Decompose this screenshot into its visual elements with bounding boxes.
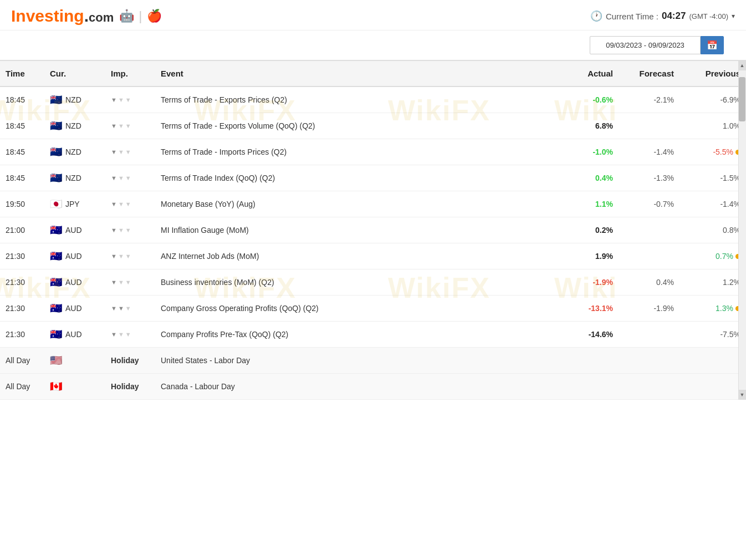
imp-arrow-filled: ▼ (111, 331, 117, 338)
date-range-row: 📅 (0, 30, 746, 60)
cell-event: MI Inflation Gauge (MoM) (155, 217, 558, 243)
currency-code: AUD (65, 226, 82, 235)
imp-arrow-empty: ▼ (125, 123, 131, 129)
cell-importance: ▼▼▼ (105, 139, 155, 165)
cell-previous: 0.7% (679, 243, 746, 269)
cell-event: Terms of Trade Index (QoQ) (Q2) (155, 165, 558, 191)
currency-code: AUD (65, 304, 82, 313)
col-previous: Previous (679, 61, 746, 87)
cell-importance: ▼▼▼ (105, 191, 155, 217)
currency-flag: 🇳🇿 (50, 146, 62, 158)
cell-forecast: -2.1% (619, 86, 679, 113)
table-container: WikiFX WikiFX WikiFX Wiki WikiFX WikiFX … (0, 60, 746, 400)
currency-flag: 🇦🇺 (50, 328, 62, 340)
imp-arrow-empty: ▼ (125, 305, 131, 312)
cell-importance: ▼▼▼ (105, 296, 155, 322)
currency-flag: 🇳🇿 (50, 94, 62, 106)
cell-previous: 1.3% (679, 296, 746, 322)
cell-currency: 🇺🇸 (44, 348, 105, 374)
cell-forecast: -1.9% (619, 296, 679, 322)
cell-currency: 🇦🇺 AUD (44, 322, 105, 348)
clock-icon: 🕐 (590, 10, 602, 22)
table-row: 21:30 🇦🇺 AUD ▼▼▼ Business inventories (M… (0, 269, 746, 296)
scrollbar-thumb[interactable] (739, 77, 745, 121)
cell-time: 18:45 (0, 165, 44, 191)
apple-icon[interactable]: 🍎 (147, 9, 162, 23)
holiday-label: Holiday (111, 356, 139, 365)
cell-forecast: -0.7% (619, 191, 679, 217)
imp-arrow-empty: ▼ (125, 279, 131, 286)
imp-arrow-filled: ▼ (111, 175, 117, 181)
cell-time: 19:50 (0, 191, 44, 217)
imp-arrow-filled: ▼ (118, 305, 124, 312)
currency-flag: 🇳🇿 (50, 120, 62, 132)
cell-currency: 🇳🇿 NZD (44, 86, 105, 113)
cell-actual: 0.2% (558, 217, 619, 243)
cell-time: 21:30 (0, 322, 44, 348)
currency-flag: 🇦🇺 (50, 302, 62, 314)
col-currency: Cur. (44, 61, 105, 87)
imp-arrow-empty: ▼ (125, 149, 131, 155)
cell-actual: -0.6% (558, 86, 619, 113)
currency-flag: 🇯🇵 (50, 198, 62, 210)
scrollbar[interactable]: ▲ ▼ (738, 60, 746, 400)
imp-arrow-filled: ▼ (111, 123, 117, 129)
calendar-button[interactable]: 📅 (701, 36, 724, 54)
cell-currency: 🇳🇿 NZD (44, 113, 105, 139)
cell-previous: -5.5% (679, 139, 746, 165)
cell-actual: -14.6% (558, 322, 619, 348)
scrollbar-down[interactable]: ▼ (738, 390, 746, 400)
imp-arrow-empty: ▼ (118, 331, 124, 338)
cell-time: All Day (0, 348, 44, 374)
cell-currency: 🇦🇺 AUD (44, 217, 105, 243)
col-time: Time (0, 61, 44, 87)
date-range-input[interactable] (590, 36, 701, 54)
imp-arrow-empty: ▼ (118, 279, 124, 286)
cell-event: Terms of Trade - Imports Prices (Q2) (155, 139, 558, 165)
currency-code: AUD (65, 278, 82, 287)
cell-currency: 🇳🇿 NZD (44, 165, 105, 191)
cell-importance: ▼▼▼ (105, 165, 155, 191)
holiday-label: Holiday (111, 382, 139, 391)
cell-event: Canada - Labour Day (155, 374, 746, 400)
cell-currency: 🇦🇺 AUD (44, 296, 105, 322)
cell-importance: ▼▼▼ (105, 217, 155, 243)
cell-forecast (619, 217, 679, 243)
cell-importance: Holiday (105, 348, 155, 374)
current-time-area: 🕐 Current Time : 04:27 (GMT -4:00) ▾ (590, 10, 735, 22)
economic-calendar-table: Time Cur. Imp. Event Actual Forecast Pre… (0, 60, 746, 400)
cell-forecast (619, 243, 679, 269)
cell-forecast (619, 322, 679, 348)
timezone-dropdown[interactable]: ▾ (732, 12, 735, 20)
imp-arrow-filled: ▼ (111, 253, 117, 259)
cell-forecast: 0.4% (619, 269, 679, 296)
table-row: 19:50 🇯🇵 JPY ▼▼▼ Monetary Base (YoY) (Au… (0, 191, 746, 217)
imp-arrow-empty: ▼ (118, 96, 124, 103)
currency-code: NZD (65, 147, 81, 156)
cell-actual: 6.8% (558, 113, 619, 139)
imp-arrow-empty: ▼ (118, 201, 124, 207)
scrollbar-up[interactable]: ▲ (738, 60, 746, 70)
android-icon[interactable]: 🤖 (119, 9, 134, 23)
imp-arrow-filled: ▼ (111, 227, 117, 233)
cell-previous: -1.4% (679, 191, 746, 217)
cell-previous: -7.5% (679, 322, 746, 348)
logo: Investing . com (11, 7, 114, 26)
cell-previous: 0.8% (679, 217, 746, 243)
cell-previous: 1.2% (679, 269, 746, 296)
gmt-offset: (GMT -4:00) (689, 12, 728, 21)
cell-actual: -1.0% (558, 139, 619, 165)
cell-time: 21:30 (0, 296, 44, 322)
cell-currency: 🇨🇦 (44, 374, 105, 400)
cell-currency: 🇯🇵 JPY (44, 191, 105, 217)
currency-code: NZD (65, 95, 81, 104)
logo-dot: . (84, 7, 89, 26)
imp-arrow-empty: ▼ (125, 331, 131, 338)
table-row: 21:30 🇦🇺 AUD ▼▼▼ ANZ Internet Job Ads (M… (0, 243, 746, 269)
cell-time: 21:00 (0, 217, 44, 243)
imp-arrow-empty: ▼ (125, 96, 131, 103)
cell-importance: ▼▼▼ (105, 86, 155, 113)
imp-arrow-empty: ▼ (118, 149, 124, 155)
cell-time: 18:45 (0, 139, 44, 165)
col-event: Event (155, 61, 558, 87)
